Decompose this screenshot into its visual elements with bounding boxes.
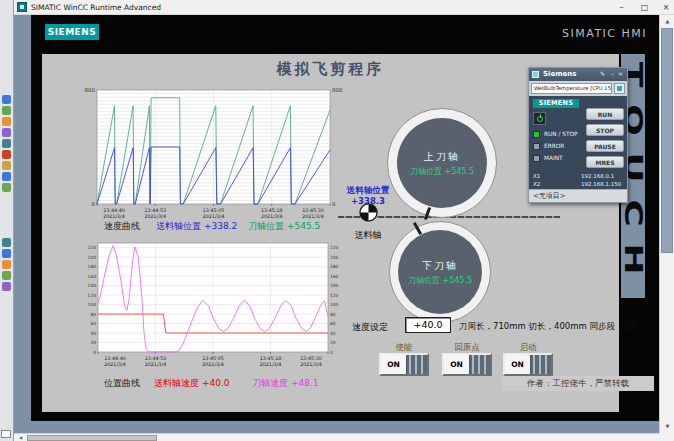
svg-text:200: 200 bbox=[330, 255, 339, 260]
svg-text:200: 200 bbox=[88, 255, 97, 260]
horizontal-scrollbar[interactable]: ◀ bbox=[14, 433, 659, 441]
switch-grip bbox=[531, 355, 551, 374]
svg-text:40: 40 bbox=[90, 331, 96, 336]
svg-text:100: 100 bbox=[88, 302, 97, 307]
svg-text:20: 20 bbox=[90, 340, 96, 345]
plcsim-titlebar[interactable]: Siemens ✎ – × bbox=[529, 68, 627, 81]
background-app-icon bbox=[2, 249, 11, 258]
svg-text:800: 800 bbox=[332, 87, 343, 93]
simatic-hmi-label: SIMATIC HMI bbox=[562, 27, 647, 40]
svg-text:2021/3/4: 2021/3/4 bbox=[302, 214, 324, 219]
window-titlebar[interactable]: SIMATIC WinCC Runtime Advanced – □ × bbox=[14, 0, 674, 15]
home-switch[interactable]: ON bbox=[442, 353, 492, 376]
svg-text:2021/3/4: 2021/3/4 bbox=[202, 362, 224, 367]
window-title: SIMATIC WinCC Runtime Advanced bbox=[31, 3, 161, 12]
svg-text:2021/3/4: 2021/3/4 bbox=[300, 362, 322, 367]
svg-text:13:45:18: 13:45:18 bbox=[260, 356, 282, 361]
svg-text:13:45:05: 13:45:05 bbox=[202, 356, 224, 361]
svg-text:60: 60 bbox=[330, 321, 336, 326]
plcsim-instance-icon[interactable] bbox=[614, 83, 625, 94]
svg-text:180: 180 bbox=[88, 264, 97, 269]
plcsim-edit-icon[interactable]: ✎ bbox=[600, 70, 605, 77]
upper-roller-position: 刀轴位置 +545.5 bbox=[410, 166, 474, 177]
app-icon bbox=[17, 2, 27, 12]
svg-text:120: 120 bbox=[330, 293, 339, 298]
svg-text:2021/3/4: 2021/3/4 bbox=[260, 362, 282, 367]
start-switch[interactable]: ON bbox=[503, 353, 553, 376]
scroll-up-icon[interactable]: ▲ bbox=[660, 15, 674, 28]
switch-grip bbox=[470, 355, 490, 374]
background-app-icon bbox=[2, 95, 11, 104]
svg-text:2021/3/4: 2021/3/4 bbox=[104, 362, 126, 367]
background-app-icon bbox=[2, 117, 11, 126]
desktop: SIMATIC WinCC Runtime Advanced – □ × SIE… bbox=[0, 0, 674, 441]
svg-text:40: 40 bbox=[330, 331, 336, 336]
stop-button[interactable]: STOP bbox=[586, 124, 624, 136]
minimize-button[interactable]: – bbox=[613, 0, 630, 15]
speed-setpoint-label: 速度设定 bbox=[352, 321, 388, 334]
plcsim-minimize-icon[interactable]: – bbox=[611, 70, 614, 77]
background-app-icon bbox=[2, 172, 11, 181]
bezel-bottom-strip bbox=[14, 421, 659, 433]
vertical-scroll-thumb[interactable] bbox=[661, 28, 673, 253]
legend-item: 速度曲线 bbox=[104, 220, 143, 233]
svg-text:13:45:30: 13:45:30 bbox=[300, 356, 322, 361]
start-switch-group: 启动 ON bbox=[502, 342, 554, 378]
run-button[interactable]: RUN bbox=[586, 108, 624, 120]
legend-item: 送料轴速度+40.0 bbox=[154, 377, 230, 390]
background-app-icon bbox=[2, 128, 11, 137]
speed-setpoint-input[interactable]: +40.0 bbox=[405, 317, 451, 333]
legend-item: 刀轴位置+545.5 bbox=[248, 220, 320, 233]
legend-item: 刀轴速度+48.1 bbox=[252, 377, 319, 390]
svg-text:13:44:53: 13:44:53 bbox=[144, 208, 166, 213]
svg-text:0: 0 bbox=[92, 201, 96, 207]
svg-text:180: 180 bbox=[330, 264, 339, 269]
speed-trend-chart: 8008000013:44:402021/3/413:44:532021/3/4… bbox=[82, 86, 346, 220]
svg-text:13:44:40: 13:44:40 bbox=[104, 356, 126, 361]
plcsim-icon bbox=[532, 71, 539, 78]
scrollbar-corner bbox=[659, 433, 674, 441]
svg-text:80: 80 bbox=[90, 312, 96, 317]
scroll-left-icon[interactable]: ◀ bbox=[14, 434, 27, 441]
pause-button[interactable]: PAUSE bbox=[586, 140, 624, 152]
svg-text:2021/3/4: 2021/3/4 bbox=[203, 214, 225, 219]
bezel-left-strip bbox=[14, 15, 31, 433]
background-app-icon bbox=[2, 238, 11, 247]
power-button[interactable] bbox=[533, 112, 546, 125]
svg-text:800: 800 bbox=[85, 87, 96, 93]
plcsim-statusbar: <无项目> bbox=[529, 189, 627, 202]
svg-text:220: 220 bbox=[88, 245, 97, 250]
lower-knife-roller: 下刀轴 刀轴位置 +545.5 bbox=[389, 221, 491, 323]
error-led bbox=[533, 143, 540, 150]
plcsim-instance-select[interactable]: WetBulbTemperature [CPU 1515-2 P bbox=[531, 83, 612, 94]
feed-axis-label: 送料轴 bbox=[338, 229, 398, 242]
power-icon bbox=[537, 116, 543, 122]
svg-text:2021/3/4: 2021/3/4 bbox=[103, 214, 125, 219]
maximize-button[interactable]: □ bbox=[636, 0, 653, 15]
plcsim-toolbar: WetBulbTemperature [CPU 1515-2 P bbox=[529, 81, 627, 96]
svg-text:2021/3/4: 2021/3/4 bbox=[145, 362, 167, 367]
svg-text:2021/3/4: 2021/3/4 bbox=[144, 214, 166, 219]
background-app-icon bbox=[2, 183, 11, 192]
maint-led bbox=[533, 155, 540, 162]
background-scroll-corner bbox=[1, 430, 11, 438]
vertical-scrollbar[interactable]: ▲ ▼ bbox=[659, 15, 674, 433]
horizontal-scroll-thumb[interactable] bbox=[27, 435, 157, 441]
svg-text:20: 20 bbox=[330, 340, 336, 345]
lower-roller-name: 下刀轴 bbox=[422, 259, 458, 273]
svg-text:13:44:53: 13:44:53 bbox=[145, 356, 167, 361]
enable-switch[interactable]: ON bbox=[379, 353, 429, 376]
svg-text:0: 0 bbox=[93, 350, 96, 355]
svg-text:120: 120 bbox=[88, 293, 97, 298]
background-app-icon bbox=[2, 282, 11, 291]
plcsim-close-icon[interactable]: × bbox=[618, 70, 623, 77]
svg-text:13:44:40: 13:44:40 bbox=[103, 208, 125, 213]
svg-text:220: 220 bbox=[330, 245, 339, 250]
scroll-down-icon[interactable]: ▼ bbox=[660, 420, 674, 433]
legend-item: 位置曲线 bbox=[104, 377, 143, 390]
run-stop-led bbox=[533, 131, 540, 138]
svg-text:2021/3/4: 2021/3/4 bbox=[261, 214, 283, 219]
mres-button[interactable]: MRES bbox=[586, 156, 624, 168]
svg-text:0: 0 bbox=[330, 350, 333, 355]
close-button[interactable]: × bbox=[658, 0, 674, 15]
